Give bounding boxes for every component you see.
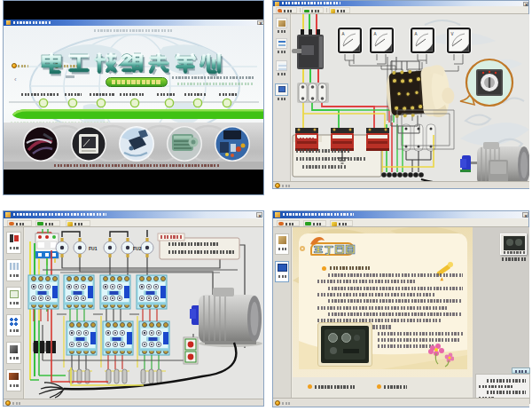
svg-text:FU2: FU2: [133, 246, 142, 251]
svg-text:A: A: [415, 32, 418, 36]
svg-text:A: A: [374, 32, 377, 36]
svg-text:V: V: [451, 32, 454, 36]
svg-text:FU1: FU1: [89, 246, 98, 251]
svg-text:A: A: [342, 32, 345, 36]
